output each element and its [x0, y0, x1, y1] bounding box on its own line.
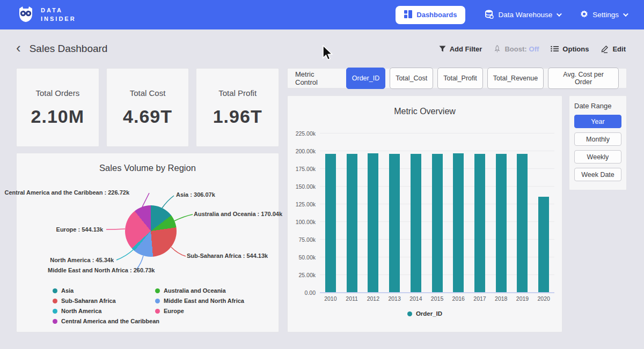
pie-legend-column-1: AsiaSub-Saharan AfricaNorth AmericaCentr… — [53, 287, 159, 324]
back-button[interactable]: ‹ — [16, 42, 21, 53]
bar-2012[interactable] — [368, 153, 378, 292]
bar-2018[interactable] — [496, 154, 507, 292]
metric-control-bar: Metric Control Order_IDTotal_CostTotal_P… — [287, 68, 627, 88]
settings-label: Settings — [592, 11, 619, 19]
legend-label: Central America and the Caribbean — [61, 318, 159, 324]
bar-2016[interactable] — [453, 153, 464, 292]
dashboard-grid-icon — [404, 10, 412, 20]
boost-label: Boost: — [504, 45, 526, 53]
legend-label: Sub-Saharan Africa — [61, 298, 116, 304]
add-filter-button[interactable]: Add Filter — [439, 45, 482, 53]
leader-line — [162, 196, 174, 208]
x-tick: 2020 — [533, 295, 554, 302]
leader-line — [106, 229, 125, 229]
pie-slice-label-europe: Europe : 544.13k — [56, 226, 103, 233]
legend-label: Europe — [164, 308, 184, 314]
y-tick: 0.00 — [288, 289, 316, 296]
pie-legend-item-australia-and-oceania: Australia and Oceania — [155, 287, 244, 294]
legend-dot — [53, 319, 57, 324]
dashboards-button[interactable]: Dashboards — [396, 6, 465, 24]
x-tick: 2013 — [384, 295, 405, 302]
boost-toggle[interactable]: Boost: Off — [494, 45, 539, 53]
bar-chart-title: Metric Overview — [288, 107, 562, 116]
settings-menu[interactable]: Settings — [580, 10, 627, 20]
pie-legend-column-2: Australia and OceaniaMiddle East and Nor… — [155, 287, 244, 314]
rocket-icon — [494, 45, 501, 53]
pie-slice-label-asia: Asia : 306.07k — [176, 191, 215, 198]
data-warehouse-menu[interactable]: Data Warehouse — [485, 10, 560, 20]
filter-icon — [439, 46, 446, 52]
options-button[interactable]: Options — [551, 45, 589, 53]
edit-button[interactable]: Edit — [601, 45, 626, 53]
bar-2017[interactable] — [474, 154, 485, 292]
date-range-button-weekly[interactable]: Weekly — [574, 150, 621, 164]
date-range-button-week-date[interactable]: Week Date — [574, 168, 621, 181]
bar-2015[interactable] — [432, 154, 443, 292]
kpi-card-total-orders: Total Orders2.10M — [16, 68, 99, 147]
legend-dot — [155, 288, 160, 293]
options-label: Options — [562, 45, 589, 53]
bar-slot — [533, 133, 554, 292]
dashboards-label: Dashboards — [416, 11, 457, 19]
metric-button-total-cost[interactable]: Total_Cost — [390, 68, 433, 89]
legend-dot — [407, 311, 412, 316]
metric-overview-chart: Metric Overview 225.00k200.00k175.00k150… — [287, 95, 562, 332]
pie-legend-item-central-america-and-the-caribbean: Central America and the Caribbean — [53, 318, 159, 324]
pie-slice-label-sub-saharan-africa: Sub-Saharan Africa : 544.13k — [187, 253, 268, 259]
date-range-panel: Date Range YearMonthlyWeeklyWeek Date — [569, 95, 627, 190]
x-tick: 2017 — [469, 295, 491, 302]
brand-text: DATA INSIDER — [41, 6, 76, 24]
bar-2013[interactable] — [389, 154, 400, 292]
metric-control-label: Metric Control — [295, 70, 339, 86]
gear-icon — [580, 10, 588, 20]
bar-2011[interactable] — [347, 154, 357, 292]
x-tick: 2010 — [320, 295, 341, 302]
x-tick: 2011 — [341, 295, 363, 302]
kpi-card-total-profit: Total Profit1.96T — [196, 68, 279, 147]
kpi-value: 4.69T — [123, 106, 172, 127]
y-tick: 225.00k — [288, 130, 316, 137]
legend-label: Middle East and North Africa — [164, 298, 244, 304]
data-warehouse-label: Data Warehouse — [498, 11, 552, 19]
bar-slot — [469, 133, 491, 292]
x-tick: 2018 — [491, 295, 512, 302]
page-header: ‹ Sales Dashboard Add Filter Boost: Off — [0, 29, 644, 68]
bar-2019[interactable] — [517, 154, 528, 292]
brand: DATA INSIDER — [16, 4, 76, 26]
date-range-button-year[interactable]: Year — [574, 115, 621, 128]
metric-button-total-revenue[interactable]: Total_Revenue — [487, 68, 544, 89]
chevron-down-icon — [557, 11, 562, 17]
pie-slice-label-middle-east-and-north-africa: Middle East and North Africa : 260.73k — [48, 267, 155, 273]
kpi-label: Total Profit — [218, 88, 257, 98]
metric-button-total-profit[interactable]: Total_Profit — [437, 68, 483, 89]
bar-slot — [448, 133, 469, 292]
kpi-card-total-cost: Total Cost4.69T — [106, 68, 189, 147]
pie-slice-label-north-america: North America : 45.34k — [50, 257, 114, 263]
date-range-button-monthly[interactable]: Monthly — [574, 132, 621, 146]
add-filter-label: Add Filter — [450, 45, 482, 53]
pie-graphic[interactable] — [125, 205, 177, 257]
y-tick: 200.00k — [288, 148, 316, 154]
pie-chart-title: Sales Volume by Region — [17, 163, 279, 173]
y-tick: 100.00k — [288, 219, 316, 225]
pie-legend-item-sub-saharan-africa: Sub-Saharan Africa — [53, 298, 159, 304]
pencil-icon — [601, 45, 609, 53]
pie-legend-item-north-america: North America — [53, 308, 159, 314]
bar-2010[interactable] — [325, 154, 336, 292]
bar-chart-legend: Order_ID — [288, 310, 562, 317]
legend-label: Order_ID — [416, 310, 442, 317]
database-icon — [485, 10, 494, 20]
metric-button-avg-cost-per-order[interactable]: Avg. Cost per Order — [548, 68, 619, 89]
bar-2014[interactable] — [411, 154, 421, 292]
gridline — [320, 292, 554, 293]
y-tick: 125.00k — [288, 201, 316, 207]
x-tick: 2015 — [427, 295, 448, 302]
list-icon — [551, 46, 559, 52]
leader-line — [142, 193, 149, 207]
boost-state: Off — [529, 45, 539, 53]
x-axis-labels: 2010201120122013201420152016201720182019… — [320, 295, 554, 302]
bar-2020[interactable] — [538, 197, 549, 292]
x-tick: 2012 — [362, 295, 384, 302]
kpi-row: Total Orders2.10MTotal Cost4.69TTotal Pr… — [16, 68, 279, 147]
metric-button-order-id[interactable]: Order_ID — [346, 68, 385, 89]
